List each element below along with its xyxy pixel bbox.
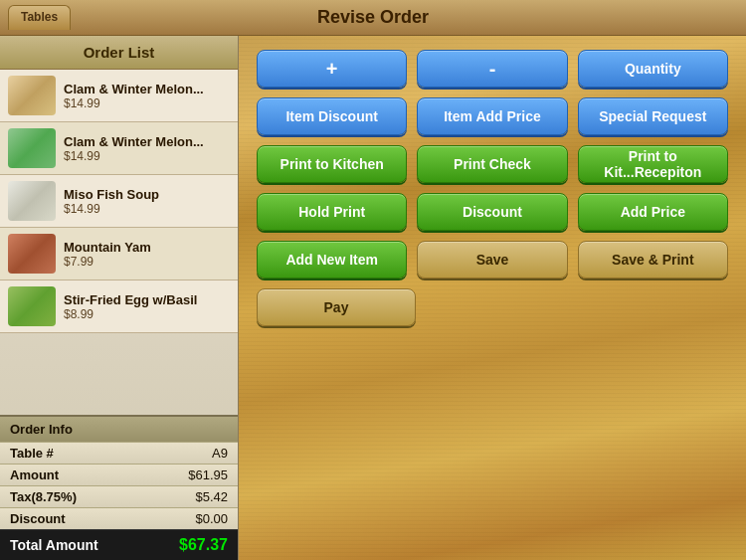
item-discount-button[interactable]: Item Discount xyxy=(257,97,407,135)
right-panel: +-QuantityItem DiscountItem Add PriceSpe… xyxy=(239,36,746,560)
item-price: $14.99 xyxy=(64,149,230,163)
info-label: Tax(8.75%) xyxy=(10,489,77,504)
info-label: Table # xyxy=(10,446,54,461)
main-layout: Order List Clam & Winter Melon... $14.99… xyxy=(0,36,746,560)
total-amount-label: Total Amount xyxy=(10,537,98,553)
info-value: $5.42 xyxy=(195,489,228,504)
button-row-row5: Add New ItemSaveSave & Print xyxy=(257,241,728,279)
order-info: Order Info Table #A9Amount$61.95Tax(8.75… xyxy=(0,415,238,560)
item-info: Clam & Winter Melon... $14.99 xyxy=(64,82,230,110)
item-name: Clam & Winter Melon... xyxy=(64,134,230,149)
item-info: Stir-Fried Egg w/Basil $8.99 xyxy=(64,292,230,321)
order-item[interactable]: Clam & Winter Melon... $14.99 xyxy=(0,122,238,175)
item-name: Mountain Yam xyxy=(64,240,230,255)
button-row-row6: Pay xyxy=(257,288,728,326)
button-row-row1: +-Quantity xyxy=(257,50,728,88)
item-price: $7.99 xyxy=(64,255,230,269)
minus-button[interactable]: - xyxy=(417,50,567,88)
item-name: Stir-Fried Egg w/Basil xyxy=(64,292,230,307)
special-request-button[interactable]: Special Request xyxy=(578,97,728,135)
item-image xyxy=(8,76,56,115)
save-print-button[interactable]: Save & Print xyxy=(578,241,728,279)
order-info-row: Table #A9 xyxy=(0,442,238,464)
item-price: $14.99 xyxy=(64,202,230,216)
button-row-row4: Hold PrintDiscountAdd Price xyxy=(257,193,728,231)
button-row-row2: Item DiscountItem Add PriceSpecial Reque… xyxy=(257,97,728,135)
item-image xyxy=(8,128,56,168)
tables-tab[interactable]: Tables xyxy=(8,5,71,30)
info-value: $61.95 xyxy=(188,467,228,482)
pay-button[interactable]: Pay xyxy=(257,288,416,326)
item-name: Miso Fish Soup xyxy=(64,187,230,202)
info-label: Amount xyxy=(10,467,59,482)
order-info-row: Tax(8.75%)$5.42 xyxy=(0,485,238,507)
button-row-row3: Print to KitchenPrint CheckPrint to Kit.… xyxy=(257,145,728,183)
print-check-button[interactable]: Print Check xyxy=(417,145,567,183)
item-image xyxy=(8,181,56,221)
order-info-row: Discount$0.00 xyxy=(0,507,238,529)
order-info-row: Amount$61.95 xyxy=(0,464,238,485)
print-to-kitchen-button[interactable]: Print to Kitchen xyxy=(257,145,407,183)
item-image xyxy=(8,234,56,274)
title-bar: Tables Revise Order xyxy=(0,0,746,36)
plus-button[interactable]: + xyxy=(257,50,407,88)
order-info-header: Order Info xyxy=(0,417,238,442)
order-items: Clam & Winter Melon... $14.99 Clam & Win… xyxy=(0,70,238,415)
item-price: $8.99 xyxy=(64,307,230,321)
left-panel: Order List Clam & Winter Melon... $14.99… xyxy=(0,36,239,560)
item-name: Clam & Winter Melon... xyxy=(64,82,230,96)
save-button[interactable]: Save xyxy=(417,241,567,279)
total-amount-value: $67.37 xyxy=(179,536,228,554)
print-reception-button[interactable]: Print to Kit...Recepiton xyxy=(578,145,728,183)
item-info: Mountain Yam $7.99 xyxy=(64,240,230,269)
discount-button[interactable]: Discount xyxy=(417,193,567,231)
item-image xyxy=(8,286,56,326)
item-info: Clam & Winter Melon... $14.99 xyxy=(64,134,230,163)
total-row: Total Amount $67.37 xyxy=(0,529,238,560)
add-new-item-button[interactable]: Add New Item xyxy=(257,241,407,279)
item-add-price-button[interactable]: Item Add Price xyxy=(417,97,567,135)
info-value: A9 xyxy=(212,446,228,461)
quantity-button[interactable]: Quantity xyxy=(578,50,728,88)
add-price-button[interactable]: Add Price xyxy=(578,193,728,231)
item-price: $14.99 xyxy=(64,96,230,110)
order-item[interactable]: Clam & Winter Melon... $14.99 xyxy=(0,70,238,122)
page-title: Revise Order xyxy=(317,7,429,28)
info-label: Discount xyxy=(10,511,66,526)
order-list-header: Order List xyxy=(0,36,238,70)
order-item[interactable]: Mountain Yam $7.99 xyxy=(0,228,238,280)
order-item[interactable]: Stir-Fried Egg w/Basil $8.99 xyxy=(0,280,238,333)
order-item[interactable]: Miso Fish Soup $14.99 xyxy=(0,175,238,228)
item-info: Miso Fish Soup $14.99 xyxy=(64,187,230,216)
hold-print-button[interactable]: Hold Print xyxy=(257,193,407,231)
info-value: $0.00 xyxy=(195,511,228,526)
